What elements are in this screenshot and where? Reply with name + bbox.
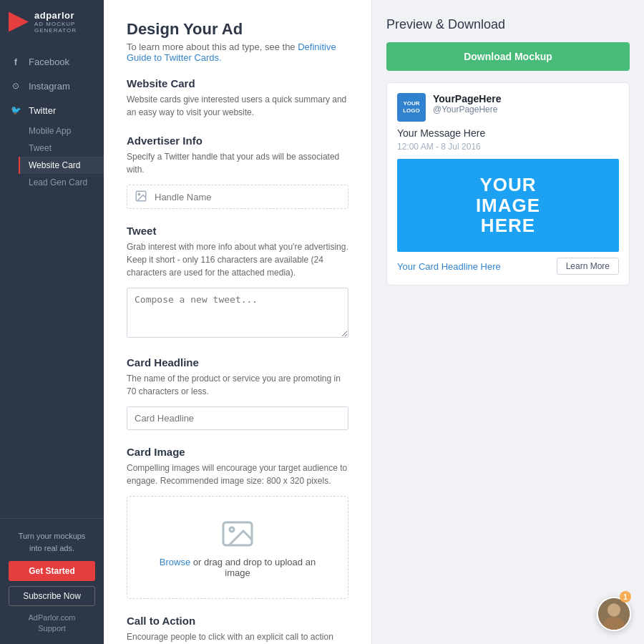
card-cta-button[interactable]: Learn More: [557, 258, 619, 275]
handle-input[interactable]: [155, 192, 341, 203]
image-upload-area[interactable]: Browse or drag and drop to upload an ima…: [127, 496, 348, 599]
card-page-name: YourPageHere: [433, 93, 501, 104]
download-button[interactable]: Download Mockup: [386, 42, 630, 71]
sidebar-label-facebook: Facebook: [29, 57, 69, 67]
sidebar-label-twitter: Twitter: [29, 105, 56, 116]
card-type-desc: Website cards give interested users a qu…: [127, 93, 348, 119]
logo-text: YOURLOGO: [403, 100, 420, 114]
main-content: Design Your Ad To learn more about this …: [104, 0, 644, 644]
advertiser-section: Advertiser Info Specify a Twitter handle…: [127, 135, 348, 209]
avatar-image: [598, 598, 630, 630]
preview-title: Preview & Download: [386, 17, 630, 32]
subscribe-button[interactable]: Subscribe Now: [9, 586, 95, 606]
sidebar-label-instagram: Instagram: [29, 81, 70, 92]
sidebar-item-facebook[interactable]: f Facebook: [0, 49, 104, 74]
sidebar: adparlor AD MOCKUP GENERATOR f Facebook …: [0, 0, 104, 644]
card-headline-desc: The name of the product or service you a…: [127, 372, 348, 398]
page-title: Design Your Ad: [127, 20, 348, 39]
card-image-placeholder-text: YOURIMAGEHERE: [476, 175, 540, 236]
svg-point-5: [608, 603, 620, 616]
card-logo: YOURLOGO: [397, 93, 426, 122]
card-headline-input[interactable]: [127, 406, 348, 430]
card-page-handle: @YourPageHere: [433, 104, 501, 114]
form-subtitle: To learn more about this ad type, see th…: [127, 42, 348, 63]
support-link[interactable]: Support: [9, 624, 95, 633]
sidebar-item-twitter[interactable]: 🐦 Twitter: [0, 98, 104, 122]
card-image-preview: YOURIMAGEHERE: [397, 159, 619, 252]
sidebar-bottom: Turn your mockupsinto real ads. Get Star…: [0, 518, 104, 644]
logo-name: adparlor: [34, 10, 95, 21]
upload-icon: [220, 517, 255, 551]
card-image-desc: Compelling images will encourage your ta…: [127, 462, 348, 487]
card-headline-section: Card Headline The name of the product or…: [127, 356, 348, 430]
logo-icon: [9, 12, 29, 32]
preview-panel: Preview & Download Download Mockup YOURL…: [372, 0, 644, 644]
twitter-subnav: Mobile App Tweet Website Card Lead Gen C…: [0, 122, 104, 191]
cta-title: Call to Action: [127, 615, 348, 627]
twitter-icon: 🐦: [10, 104, 21, 116]
facebook-icon: f: [10, 56, 21, 67]
upload-text: Browse or drag and drop to upload an ima…: [147, 557, 328, 578]
browse-link[interactable]: Browse: [160, 557, 190, 567]
image-icon: [135, 190, 149, 204]
adparlor-link[interactable]: AdParlor.com: [9, 613, 95, 622]
card-footer: Your Card Headline Here Learn More: [397, 258, 619, 275]
logo-sub: AD MOCKUP GENERATOR: [34, 21, 95, 34]
subnav-tweet[interactable]: Tweet: [19, 140, 104, 157]
tweet-desc: Grab interest with more info about what …: [127, 240, 348, 279]
tweet-title: Tweet: [127, 225, 348, 237]
chat-badge: 1: [620, 591, 631, 602]
promo-text: Turn your mockupsinto real ads.: [9, 530, 95, 554]
tweet-textarea[interactable]: [127, 288, 348, 338]
svg-point-3: [230, 527, 234, 532]
card-header: YOURLOGO YourPageHere @YourPageHere: [397, 93, 619, 122]
card-headline-title: Card Headline: [127, 356, 348, 369]
cta-desc: Encourage people to click with an explic…: [127, 630, 348, 644]
subnav-website-card[interactable]: Website Card: [19, 157, 104, 174]
card-image-title: Card Image: [127, 446, 348, 458]
sidebar-links: AdParlor.com Support: [9, 613, 95, 633]
handle-input-wrap: [127, 185, 348, 209]
advertiser-desc: Specify a Twitter handle that your ads w…: [127, 150, 348, 176]
card-message: Your Message Here: [397, 127, 619, 139]
sidebar-nav: f Facebook ⊙ Instagram 🐦 Twitter Mobile …: [0, 44, 104, 518]
logo: adparlor AD MOCKUP GENERATOR: [0, 0, 104, 44]
card-type-section: Website Card Website cards give interest…: [127, 77, 348, 119]
card-headline-preview: Your Card Headline Here: [397, 261, 501, 272]
cta-section: Call to Action Encourage people to click…: [127, 615, 348, 644]
card-identity: YourPageHere @YourPageHere: [433, 93, 501, 114]
card-type-title: Website Card: [127, 77, 348, 89]
sidebar-item-instagram[interactable]: ⊙ Instagram: [0, 74, 104, 98]
advertiser-title: Advertiser Info: [127, 135, 348, 147]
form-panel: Design Your Ad To learn more about this …: [104, 0, 372, 644]
get-started-button[interactable]: Get Started: [9, 561, 95, 581]
svg-point-1: [138, 193, 140, 195]
tweet-section: Tweet Grab interest with more info about…: [127, 225, 348, 341]
subnav-mobile-app[interactable]: Mobile App: [19, 122, 104, 140]
subnav-lead-gen-card[interactable]: Lead Gen Card: [19, 174, 104, 191]
card-image-section: Card Image Compelling images will encour…: [127, 446, 348, 599]
card-timestamp: 12:00 AM - 8 Jul 2016: [397, 142, 619, 152]
card-preview: YOURLOGO YourPageHere @YourPageHere Your…: [386, 82, 630, 286]
instagram-icon: ⊙: [10, 80, 21, 92]
